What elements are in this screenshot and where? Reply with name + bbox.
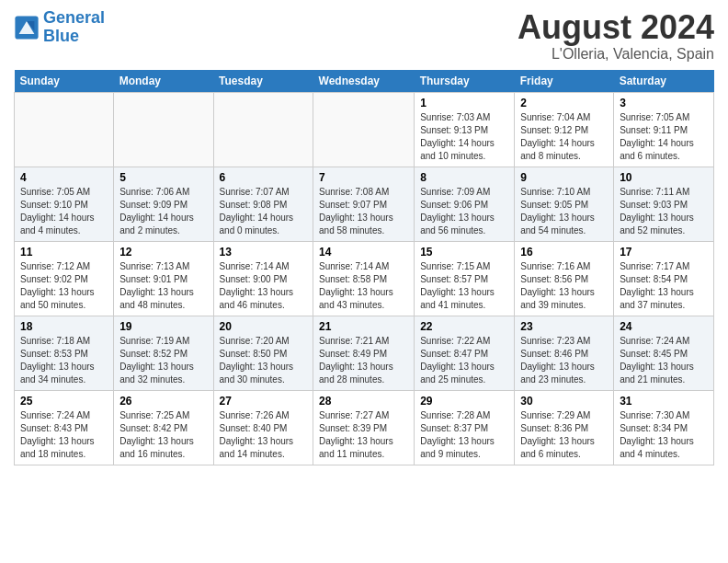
day-info: Sunrise: 7:26 AM Sunset: 8:40 PM Dayligh… xyxy=(220,409,308,461)
day-number: 18 xyxy=(20,320,108,333)
day-info: Sunrise: 7:15 AM Sunset: 8:57 PM Dayligh… xyxy=(420,260,508,312)
day-number: 21 xyxy=(319,320,408,333)
day-number: 25 xyxy=(20,395,108,408)
calendar-cell: 29Sunrise: 7:28 AM Sunset: 8:37 PM Dayli… xyxy=(415,390,515,465)
calendar-cell: 15Sunrise: 7:15 AM Sunset: 8:57 PM Dayli… xyxy=(415,241,515,316)
day-info: Sunrise: 7:29 AM Sunset: 8:36 PM Dayligh… xyxy=(520,409,608,461)
day-info: Sunrise: 7:10 AM Sunset: 9:05 PM Dayligh… xyxy=(520,186,608,237)
calendar-cell: 31Sunrise: 7:30 AM Sunset: 8:34 PM Dayli… xyxy=(614,390,714,465)
calendar-cell: 12Sunrise: 7:13 AM Sunset: 9:01 PM Dayli… xyxy=(114,241,213,316)
weekday-header-sunday: Sunday xyxy=(15,70,114,93)
day-number: 27 xyxy=(220,395,308,408)
day-info: Sunrise: 7:23 AM Sunset: 8:46 PM Dayligh… xyxy=(520,335,608,386)
calendar-cell: 7Sunrise: 7:08 AM Sunset: 9:07 PM Daylig… xyxy=(313,167,415,241)
logo-text: General Blue xyxy=(43,9,105,46)
day-info: Sunrise: 7:16 AM Sunset: 8:56 PM Dayligh… xyxy=(520,260,608,312)
day-number: 30 xyxy=(520,395,608,408)
calendar-cell xyxy=(15,92,114,167)
calendar-cell: 11Sunrise: 7:12 AM Sunset: 9:02 PM Dayli… xyxy=(15,241,114,316)
day-number: 5 xyxy=(119,171,207,184)
title-block: August 2024 L'Olleria, Valencia, Spain xyxy=(518,9,714,63)
day-number: 2 xyxy=(520,97,608,109)
logo-line1: General xyxy=(43,8,105,27)
day-info: Sunrise: 7:30 AM Sunset: 8:34 PM Dayligh… xyxy=(620,409,708,461)
calendar-cell: 27Sunrise: 7:26 AM Sunset: 8:40 PM Dayli… xyxy=(213,390,313,465)
day-info: Sunrise: 7:14 AM Sunset: 8:58 PM Dayligh… xyxy=(319,260,408,312)
day-info: Sunrise: 7:05 AM Sunset: 9:11 PM Dayligh… xyxy=(620,111,708,163)
day-info: Sunrise: 7:17 AM Sunset: 8:54 PM Dayligh… xyxy=(620,260,708,312)
logo-line2: Blue xyxy=(43,27,79,45)
day-number: 10 xyxy=(620,171,708,184)
weekday-header-saturday: Saturday xyxy=(614,70,714,93)
day-info: Sunrise: 7:11 AM Sunset: 9:03 PM Dayligh… xyxy=(620,186,708,237)
calendar-cell: 18Sunrise: 7:18 AM Sunset: 8:53 PM Dayli… xyxy=(15,316,114,390)
day-info: Sunrise: 7:14 AM Sunset: 9:00 PM Dayligh… xyxy=(220,260,308,312)
weekday-header-monday: Monday xyxy=(114,70,213,93)
calendar-cell: 5Sunrise: 7:06 AM Sunset: 9:09 PM Daylig… xyxy=(114,167,213,241)
day-info: Sunrise: 7:09 AM Sunset: 9:06 PM Dayligh… xyxy=(420,186,508,237)
calendar-week-row: 11Sunrise: 7:12 AM Sunset: 9:02 PM Dayli… xyxy=(15,241,714,316)
day-info: Sunrise: 7:24 AM Sunset: 8:43 PM Dayligh… xyxy=(20,409,108,461)
day-info: Sunrise: 7:03 AM Sunset: 9:13 PM Dayligh… xyxy=(420,111,508,163)
day-info: Sunrise: 7:28 AM Sunset: 8:37 PM Dayligh… xyxy=(420,409,508,461)
calendar-cell xyxy=(114,92,213,167)
day-info: Sunrise: 7:08 AM Sunset: 9:07 PM Dayligh… xyxy=(319,186,408,237)
day-info: Sunrise: 7:20 AM Sunset: 8:50 PM Dayligh… xyxy=(220,335,308,386)
day-number: 20 xyxy=(220,320,308,333)
day-info: Sunrise: 7:27 AM Sunset: 8:39 PM Dayligh… xyxy=(319,409,408,461)
calendar-cell: 4Sunrise: 7:05 AM Sunset: 9:10 PM Daylig… xyxy=(15,167,114,241)
logo: General Blue xyxy=(14,9,105,46)
calendar-cell: 20Sunrise: 7:20 AM Sunset: 8:50 PM Dayli… xyxy=(213,316,313,390)
calendar-cell: 30Sunrise: 7:29 AM Sunset: 8:36 PM Dayli… xyxy=(515,390,614,465)
calendar-cell: 9Sunrise: 7:10 AM Sunset: 9:05 PM Daylig… xyxy=(515,167,614,241)
day-number: 13 xyxy=(220,246,308,259)
day-number: 12 xyxy=(119,246,207,259)
day-info: Sunrise: 7:04 AM Sunset: 9:12 PM Dayligh… xyxy=(520,111,608,163)
calendar-cell: 25Sunrise: 7:24 AM Sunset: 8:43 PM Dayli… xyxy=(15,390,114,465)
calendar-cell: 24Sunrise: 7:24 AM Sunset: 8:45 PM Dayli… xyxy=(614,316,714,390)
day-info: Sunrise: 7:13 AM Sunset: 9:01 PM Dayligh… xyxy=(119,260,207,312)
day-number: 6 xyxy=(220,171,308,184)
day-number: 4 xyxy=(20,171,108,184)
day-number: 8 xyxy=(420,171,508,184)
calendar-cell: 19Sunrise: 7:19 AM Sunset: 8:52 PM Dayli… xyxy=(114,316,213,390)
logo-icon xyxy=(14,15,40,40)
calendar-cell: 22Sunrise: 7:22 AM Sunset: 8:47 PM Dayli… xyxy=(415,316,515,390)
day-number: 3 xyxy=(620,97,708,109)
calendar-week-row: 4Sunrise: 7:05 AM Sunset: 9:10 PM Daylig… xyxy=(15,167,714,241)
day-info: Sunrise: 7:05 AM Sunset: 9:10 PM Dayligh… xyxy=(20,186,108,237)
weekday-header-friday: Friday xyxy=(515,70,614,93)
calendar-cell: 13Sunrise: 7:14 AM Sunset: 9:00 PM Dayli… xyxy=(213,241,313,316)
day-info: Sunrise: 7:18 AM Sunset: 8:53 PM Dayligh… xyxy=(20,335,108,386)
day-number: 14 xyxy=(319,246,408,259)
day-number: 22 xyxy=(420,320,508,333)
calendar-cell: 8Sunrise: 7:09 AM Sunset: 9:06 PM Daylig… xyxy=(415,167,515,241)
calendar-cell: 6Sunrise: 7:07 AM Sunset: 9:08 PM Daylig… xyxy=(213,167,313,241)
day-number: 7 xyxy=(319,171,408,184)
calendar-cell: 1Sunrise: 7:03 AM Sunset: 9:13 PM Daylig… xyxy=(415,92,515,167)
day-info: Sunrise: 7:21 AM Sunset: 8:49 PM Dayligh… xyxy=(319,335,408,386)
calendar-cell: 23Sunrise: 7:23 AM Sunset: 8:46 PM Dayli… xyxy=(515,316,614,390)
calendar-cell: 28Sunrise: 7:27 AM Sunset: 8:39 PM Dayli… xyxy=(313,390,415,465)
day-number: 28 xyxy=(319,395,408,408)
day-info: Sunrise: 7:22 AM Sunset: 8:47 PM Dayligh… xyxy=(420,335,508,386)
day-number: 19 xyxy=(119,320,207,333)
calendar-table: SundayMondayTuesdayWednesdayThursdayFrid… xyxy=(14,70,714,465)
day-info: Sunrise: 7:07 AM Sunset: 9:08 PM Dayligh… xyxy=(220,186,308,237)
calendar-cell xyxy=(213,92,313,167)
calendar-cell: 17Sunrise: 7:17 AM Sunset: 8:54 PM Dayli… xyxy=(614,241,714,316)
page-subtitle: L'Olleria, Valencia, Spain xyxy=(518,46,714,63)
day-number: 23 xyxy=(520,320,608,333)
calendar-week-row: 18Sunrise: 7:18 AM Sunset: 8:53 PM Dayli… xyxy=(15,316,714,390)
day-number: 31 xyxy=(620,395,708,408)
day-info: Sunrise: 7:06 AM Sunset: 9:09 PM Dayligh… xyxy=(119,186,207,237)
weekday-header-wednesday: Wednesday xyxy=(313,70,415,93)
day-info: Sunrise: 7:24 AM Sunset: 8:45 PM Dayligh… xyxy=(620,335,708,386)
day-number: 1 xyxy=(420,97,508,109)
day-number: 15 xyxy=(420,246,508,259)
calendar-week-row: 1Sunrise: 7:03 AM Sunset: 9:13 PM Daylig… xyxy=(15,92,714,167)
calendar-cell: 2Sunrise: 7:04 AM Sunset: 9:12 PM Daylig… xyxy=(515,92,614,167)
calendar-cell: 10Sunrise: 7:11 AM Sunset: 9:03 PM Dayli… xyxy=(614,167,714,241)
calendar-cell: 21Sunrise: 7:21 AM Sunset: 8:49 PM Dayli… xyxy=(313,316,415,390)
weekday-header-tuesday: Tuesday xyxy=(213,70,313,93)
